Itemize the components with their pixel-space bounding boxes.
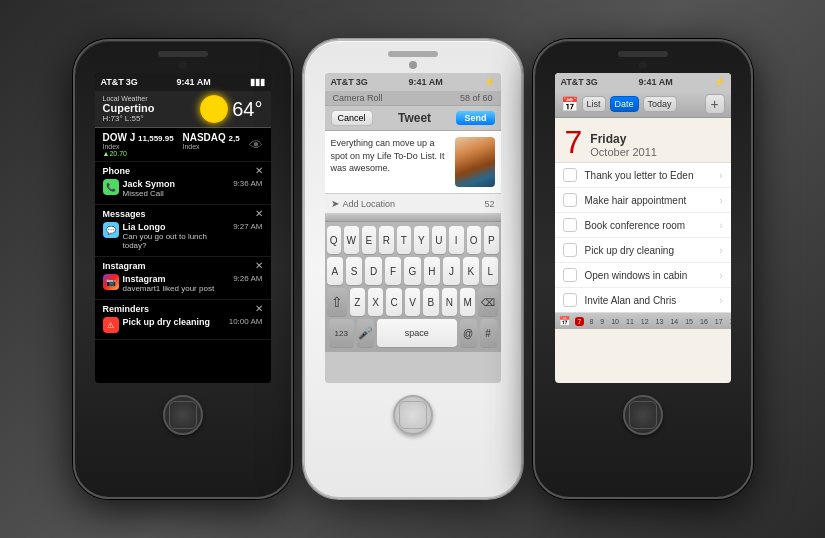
reminder-checkbox-3[interactable]	[563, 218, 577, 232]
key-s[interactable]: S	[346, 257, 362, 285]
notif-phone-time: 9:36 AM	[233, 179, 262, 188]
reminder-checkbox-1[interactable]	[563, 168, 577, 182]
key-l[interactable]: L	[482, 257, 498, 285]
network-1: 3G	[126, 77, 138, 87]
carrier-1: AT&T	[101, 77, 124, 87]
key-j[interactable]: J	[443, 257, 459, 285]
phone-1-screen: AT&T 3G 9:41 AM ▮▮▮ Local Weather Cupert…	[95, 73, 271, 383]
key-y[interactable]: Y	[414, 226, 429, 254]
phones-container: AT&T 3G 9:41 AM ▮▮▮ Local Weather Cupert…	[73, 39, 753, 499]
phone-1-bottom	[163, 387, 203, 435]
key-g[interactable]: G	[404, 257, 420, 285]
key-at[interactable]: @	[460, 319, 477, 347]
carrier-3: AT&T	[561, 77, 584, 87]
key-r[interactable]: R	[379, 226, 394, 254]
key-hash[interactable]: #	[480, 319, 497, 347]
key-a[interactable]: A	[327, 257, 343, 285]
cal-14: 14	[668, 317, 680, 326]
notif-reminders-name: Pick up dry cleaning	[123, 317, 225, 327]
key-o[interactable]: O	[467, 226, 482, 254]
weather-left: Local Weather Cupertino H:73° L:55°	[103, 95, 155, 123]
key-w[interactable]: W	[344, 226, 359, 254]
reminder-item-5[interactable]: Open windows in cabin ›	[555, 263, 731, 288]
key-k[interactable]: K	[463, 257, 479, 285]
tweet-compose-area: Everything can move up a spot on my Life…	[325, 131, 501, 194]
network-3: 3G	[586, 77, 598, 87]
location-arrow-icon: ➤	[331, 198, 339, 209]
add-reminder-button[interactable]: +	[705, 94, 725, 114]
tweet-header: Cancel Tweet Send	[325, 106, 501, 131]
notif-phone-sub: Missed Call	[123, 189, 230, 198]
reminder-checkbox-5[interactable]	[563, 268, 577, 282]
today-tab-button[interactable]: Today	[643, 96, 677, 112]
camera-roll-label: Camera Roll	[333, 93, 383, 103]
key-z[interactable]: Z	[350, 288, 365, 316]
cal-16: 16	[698, 317, 710, 326]
key-shift[interactable]: ⇧	[327, 288, 347, 316]
phone-icon: 📞	[103, 179, 119, 195]
time-2: 9:41 AM	[409, 77, 443, 87]
key-x[interactable]: X	[368, 288, 383, 316]
key-d[interactable]: D	[365, 257, 381, 285]
key-delete[interactable]: ⌫	[478, 288, 498, 316]
key-v[interactable]: V	[405, 288, 420, 316]
key-q[interactable]: Q	[327, 226, 342, 254]
reminder-checkbox-2[interactable]	[563, 193, 577, 207]
key-c[interactable]: C	[386, 288, 401, 316]
tweet-send-button[interactable]: Send	[456, 111, 494, 125]
reminder-checkbox-4[interactable]	[563, 243, 577, 257]
reminder-item-1[interactable]: Thank you letter to Eden ›	[555, 163, 731, 188]
status-bar-1: AT&T 3G 9:41 AM ▮▮▮	[95, 73, 271, 91]
key-f[interactable]: F	[385, 257, 401, 285]
day-name: Friday	[590, 132, 657, 146]
home-button-1[interactable]	[163, 395, 203, 435]
tweet-text[interactable]: Everything can move up a spot on my Life…	[331, 137, 449, 187]
status-right-3: ⚡	[714, 77, 725, 87]
reminders-toolbar: 📅 List Date Today +	[555, 91, 731, 118]
status-left-1: AT&T 3G	[101, 77, 138, 87]
status-right-2: ⚡	[484, 77, 495, 87]
tweet-cancel-button[interactable]: Cancel	[331, 110, 373, 126]
phone-close-icon[interactable]: ✕	[255, 165, 263, 176]
key-n[interactable]: N	[442, 288, 457, 316]
key-space[interactable]: space	[377, 319, 457, 347]
instagram-section-header: Instagram ✕	[103, 260, 263, 271]
phone-section-title: Phone	[103, 166, 131, 176]
key-p[interactable]: P	[484, 226, 499, 254]
key-123[interactable]: 123	[329, 319, 354, 347]
reminder-item-3[interactable]: Book conference room ›	[555, 213, 731, 238]
date-tab-button[interactable]: Date	[610, 96, 639, 112]
instagram-close-icon[interactable]: ✕	[255, 260, 263, 271]
key-u[interactable]: U	[432, 226, 447, 254]
key-t[interactable]: T	[397, 226, 412, 254]
key-i[interactable]: I	[449, 226, 464, 254]
messages-close-icon[interactable]: ✕	[255, 208, 263, 219]
battery-1: ▮▮▮	[250, 77, 265, 87]
key-m[interactable]: M	[460, 288, 475, 316]
camera-1	[179, 61, 187, 69]
chevron-right-icon-4: ›	[719, 245, 722, 256]
reminder-item-4[interactable]: Pick up dry cleaning ›	[555, 238, 731, 263]
reminder-text-1: Thank you letter to Eden	[585, 170, 712, 181]
tweet-location-bar: ➤ Add Location 52	[325, 194, 501, 214]
key-b[interactable]: B	[423, 288, 438, 316]
key-e[interactable]: E	[362, 226, 377, 254]
tweet-title: Tweet	[398, 111, 431, 125]
list-tab-button[interactable]: List	[582, 96, 606, 112]
add-location-text[interactable]: Add Location	[343, 199, 396, 209]
home-button-3[interactable]	[623, 395, 663, 435]
reminder-checkbox-6[interactable]	[563, 293, 577, 307]
reminder-text-3: Book conference room	[585, 220, 712, 231]
home-button-2[interactable]	[393, 395, 433, 435]
tweet-thumb-image	[455, 137, 495, 187]
key-h[interactable]: H	[424, 257, 440, 285]
reminder-item-6[interactable]: Invite Alan and Chris ›	[555, 288, 731, 312]
calendar-strip: 📅 7 8 9 10 11 12 13 14 15 16 17 18	[555, 313, 731, 329]
instagram-notifications: Instagram ✕ 📷 Instagram davemart1 liked …	[95, 257, 271, 300]
carrier-2: AT&T	[331, 77, 354, 87]
reminders-close-icon[interactable]: ✕	[255, 303, 263, 314]
reminder-item-2[interactable]: Make hair appointment ›	[555, 188, 731, 213]
day-number: 7	[565, 126, 583, 158]
key-mic[interactable]: 🎤	[357, 319, 374, 347]
notif-phone-content: Jack Symon Missed Call	[123, 179, 230, 198]
